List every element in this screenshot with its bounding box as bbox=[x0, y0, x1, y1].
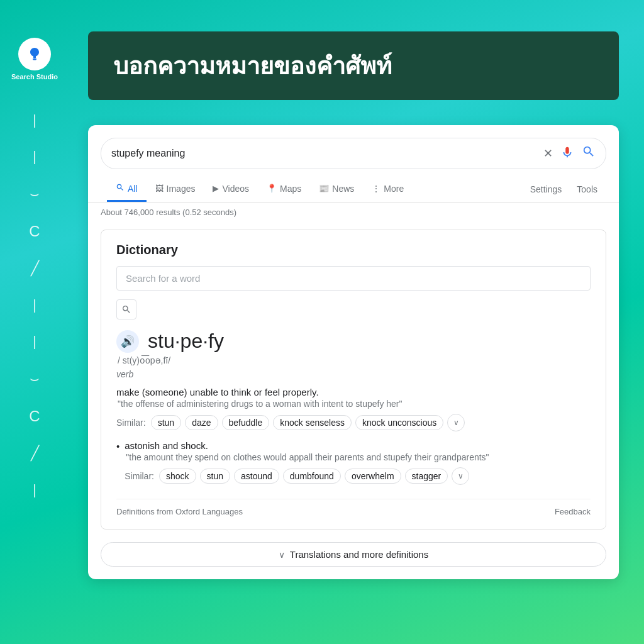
similar-tag-astound[interactable]: astound bbox=[234, 469, 279, 484]
title-banner: บอกความหมายของคำศัพท์ bbox=[88, 31, 619, 100]
page-title: บอกความหมายของคำศัพท์ bbox=[113, 53, 392, 79]
similar-tag-stun-2[interactable]: stun bbox=[200, 469, 230, 484]
tab-news-icon: 📰 bbox=[319, 184, 329, 193]
tab-more-label: More bbox=[384, 184, 404, 194]
dictionary-search-row[interactable]: Search for a word bbox=[116, 266, 591, 291]
nav-right: Settings Tools bbox=[528, 178, 600, 201]
search-query-text[interactable]: stupefy meaning bbox=[111, 148, 543, 159]
dictionary-title: Dictionary bbox=[116, 243, 591, 257]
similar-tag-stagger[interactable]: stagger bbox=[405, 469, 448, 484]
audio-button[interactable]: 🔊 bbox=[116, 330, 139, 353]
sidebar-icon-9: C bbox=[29, 408, 40, 425]
feedback-link[interactable]: Feedback bbox=[555, 507, 591, 516]
nav-tabs: All 🖼 Images ▶ Videos 📍 Maps 📰 News bbox=[101, 177, 606, 202]
definition-2-similar-row: Similar: shock stun astound dumbfound ov… bbox=[125, 467, 489, 485]
search-bar-area: stupefy meaning ✕ bbox=[88, 125, 619, 203]
tab-maps[interactable]: 📍 Maps bbox=[258, 177, 310, 202]
tab-more[interactable]: ⋮ More bbox=[363, 177, 413, 202]
similar-tag-daze[interactable]: daze bbox=[185, 415, 218, 430]
dictionary-search-input[interactable]: Search for a word bbox=[126, 273, 581, 284]
translations-button[interactable]: ∨ Translations and more definitions bbox=[101, 542, 606, 567]
similar-tag-shock[interactable]: shock bbox=[159, 469, 196, 484]
tab-all-label: All bbox=[128, 184, 138, 194]
tab-videos[interactable]: ▶ Videos bbox=[204, 177, 258, 202]
tab-images-label: Images bbox=[167, 184, 196, 194]
sidebar-icon-3: ⌣ bbox=[30, 185, 40, 203]
word-title: stu·pe·fy bbox=[148, 330, 224, 353]
similar-tag-stun-1[interactable]: stun bbox=[151, 415, 181, 430]
similar-tag-dumbfound[interactable]: dumbfound bbox=[283, 469, 341, 484]
expand-similar-2-button[interactable]: ∨ bbox=[452, 467, 469, 485]
definition-2-text: astonish and shock. bbox=[125, 440, 489, 451]
definition-2-bullet: • astonish and shock. "the amount they s… bbox=[116, 440, 591, 489]
word-part-of-speech: verb bbox=[116, 369, 591, 379]
similar-tag-overwhelm[interactable]: overwhelm bbox=[345, 469, 401, 484]
clear-icon[interactable]: ✕ bbox=[543, 147, 553, 160]
definition-2: • astonish and shock. "the amount they s… bbox=[116, 440, 591, 489]
sidebar-icon-4: C bbox=[29, 223, 40, 240]
dictionary-footer: Definitions from Oxford Languages Feedba… bbox=[116, 499, 591, 516]
tab-images[interactable]: 🖼 Images bbox=[147, 177, 204, 202]
logo-circle bbox=[18, 38, 51, 70]
svg-point-0 bbox=[33, 58, 36, 60]
tab-news[interactable]: 📰 News bbox=[310, 177, 363, 202]
expand-similar-1-button[interactable]: ∨ bbox=[447, 414, 465, 431]
dictionary-search-button[interactable] bbox=[116, 299, 136, 319]
definition-1-example: "the offense of administering drugs to a… bbox=[116, 399, 591, 409]
speaker-icon: 🔊 bbox=[121, 335, 135, 348]
sidebar-icon-11: | bbox=[33, 482, 36, 498]
sidebar-icon-8: ⌣ bbox=[30, 370, 40, 387]
tools-link[interactable]: Tools bbox=[574, 178, 600, 201]
definitions-source: Definitions from Oxford Languages bbox=[116, 507, 243, 516]
results-count: About 746,000 results (0.52 seconds) bbox=[88, 203, 619, 222]
mic-icon[interactable] bbox=[560, 145, 574, 162]
tab-all[interactable]: All bbox=[107, 177, 147, 202]
settings-link[interactable]: Settings bbox=[528, 178, 565, 201]
definition-2-text-wrap: astonish and shock. "the amount they spe… bbox=[125, 440, 489, 489]
tab-videos-icon: ▶ bbox=[213, 184, 219, 193]
search-submit-icon[interactable] bbox=[582, 145, 596, 162]
similar-tag-knock-senseless[interactable]: knock senseless bbox=[273, 415, 352, 430]
tab-more-icon: ⋮ bbox=[372, 184, 380, 194]
logo-area: Search Studio bbox=[11, 38, 58, 80]
search-icons-right: ✕ bbox=[543, 145, 596, 162]
main-content: บอกความหมายของคำศัพท์ stupefy meaning ✕ bbox=[69, 0, 644, 644]
chevron-down-icon: ∨ bbox=[279, 550, 285, 560]
tab-maps-icon: 📍 bbox=[267, 184, 277, 193]
sidebar-icon-7: | bbox=[33, 333, 36, 350]
definition-1-similar-row: Similar: stun daze befuddle knock sensel… bbox=[116, 414, 591, 431]
definition-1-text: make (someone) unable to think or feel p… bbox=[116, 387, 591, 397]
similar-label-1: Similar: bbox=[116, 418, 146, 428]
definition-2-example: "the amount they spend on clothes would … bbox=[125, 452, 489, 462]
logo-text: Search Studio bbox=[11, 73, 58, 80]
bullet-icon: • bbox=[116, 441, 119, 452]
search-input-row: stupefy meaning ✕ bbox=[101, 138, 606, 169]
similar-tag-befuddle[interactable]: befuddle bbox=[222, 415, 270, 430]
translations-label: Translations and more definitions bbox=[290, 549, 428, 560]
logo-icon bbox=[26, 45, 43, 63]
sidebar-icon-1: | bbox=[33, 112, 36, 128]
sidebar-icon-10: ╱ bbox=[31, 445, 39, 462]
similar-label-2: Similar: bbox=[125, 471, 154, 481]
word-pronunciation: / st(y)o͞opə,fī/ bbox=[116, 355, 591, 365]
tab-maps-label: Maps bbox=[280, 184, 301, 194]
browser-window: stupefy meaning ✕ bbox=[88, 125, 619, 579]
tab-videos-label: Videos bbox=[222, 184, 249, 194]
similar-tag-knock-unconscious[interactable]: knock unconscious bbox=[355, 415, 443, 430]
sidebar-icon-6: | bbox=[33, 297, 36, 313]
sidebar-icon-5: ╱ bbox=[31, 260, 39, 277]
tab-news-label: News bbox=[332, 184, 354, 194]
definition-1: make (someone) unable to think or feel p… bbox=[116, 387, 591, 431]
sidebar-icons-list: | | ⌣ C ╱ | | ⌣ C ╱ | bbox=[29, 112, 40, 498]
sidebar: Search Studio | | ⌣ C ╱ | | ⌣ C ╱ | bbox=[0, 0, 69, 644]
tab-all-icon bbox=[116, 183, 125, 194]
tab-images-icon: 🖼 bbox=[155, 184, 164, 193]
word-header: 🔊 stu·pe·fy bbox=[116, 330, 591, 353]
sidebar-icon-2: | bbox=[33, 148, 36, 165]
dictionary-card: Dictionary Search for a word 🔊 stu·pe·fy… bbox=[101, 230, 606, 530]
